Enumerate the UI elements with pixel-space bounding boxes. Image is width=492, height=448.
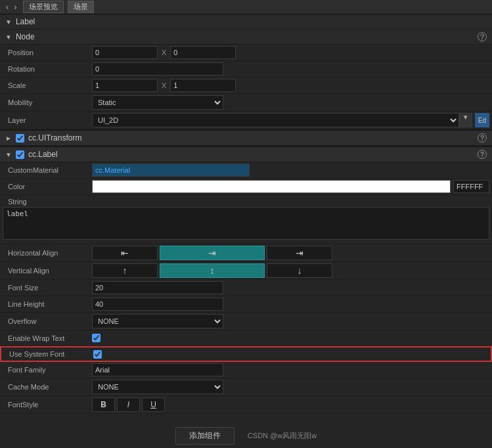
node-collapse-arrow: ▼: [5, 34, 12, 41]
overflow-value: NONE CLAMP SHRINK RESIZE_HEIGHT: [92, 314, 492, 328]
node-title: Node: [16, 32, 35, 41]
usesystemfont-value: [93, 350, 491, 359]
valign-top-btn[interactable]: ↑: [92, 263, 158, 278]
label-title: Label: [16, 17, 35, 26]
color-hex: FFFFFF: [453, 180, 489, 193]
cclabel-header[interactable]: ▼ cc.Label ?: [0, 146, 492, 162]
color-preview[interactable]: [92, 180, 451, 193]
custommaterial-row: CustomMaterial: [0, 162, 492, 179]
scale-x-input[interactable]: [92, 79, 158, 92]
lineheight-value: [92, 298, 492, 311]
color-row: Color FFFFFF: [0, 179, 492, 195]
vertical-align-value: ↑ ↕ ↓: [92, 263, 492, 278]
horizontal-align-value: ⇤ ⇥ ⇥: [92, 246, 492, 260]
horizontal-align-label: Horizontal Align: [0, 249, 92, 257]
fontfamily-input[interactable]: [92, 363, 223, 376]
halign-left-btn[interactable]: ⇤: [92, 246, 158, 260]
usesystemfont-row: Use System Font: [0, 346, 492, 362]
cachemode-dropdown[interactable]: NONE BITMAP CHAR: [92, 380, 223, 394]
mobility-row: Mobility Static: [0, 94, 492, 112]
uitransform-enabled-checkbox[interactable]: [16, 134, 24, 143]
fontsize-row: Font Size: [0, 280, 492, 296]
enablewrap-value: [92, 334, 492, 342]
fontfamily-label: Font Family: [0, 366, 92, 374]
scale-y-input[interactable]: [170, 79, 236, 92]
layer-edit-btn[interactable]: Ed: [475, 113, 489, 127]
lineheight-label: Line Height: [0, 300, 92, 308]
overflow-row: Overflow NONE CLAMP SHRINK RESIZE_HEIGHT: [0, 313, 492, 330]
position-value: X: [92, 46, 492, 59]
uitransform-help-icon[interactable]: ?: [478, 133, 487, 143]
lineheight-input[interactable]: [92, 298, 223, 311]
rotation-label: Rotation: [0, 65, 92, 73]
enablewrap-row: Enable Wrap Text: [0, 330, 492, 346]
vertical-align-label: Vertical Align: [0, 267, 92, 275]
overflow-dropdown[interactable]: NONE CLAMP SHRINK RESIZE_HEIGHT: [92, 314, 223, 328]
mobility-value: Static: [92, 95, 492, 110]
usesystemfont-checkbox[interactable]: [93, 350, 102, 359]
cclabel-collapse-arrow: ▼: [5, 151, 12, 158]
string-row: String label: [0, 195, 492, 244]
custommaterial-value: [92, 164, 492, 177]
cachemode-value: NONE BITMAP CHAR: [92, 380, 492, 394]
cachemode-label: Cache Mode: [0, 383, 92, 391]
rotation-input[interactable]: [92, 62, 223, 76]
add-component-area: 添加组件 CSDN @w风雨无阳w: [0, 419, 492, 448]
rotation-row: Rotation: [0, 61, 492, 78]
custommaterial-input[interactable]: [92, 164, 250, 177]
valign-bottom-btn[interactable]: ↓: [267, 263, 332, 278]
node-section-header[interactable]: ▼ Node ?: [0, 30, 492, 45]
fontfamily-row: Font Family: [0, 362, 492, 378]
mobility-dropdown[interactable]: Static: [92, 95, 223, 110]
add-component-btn[interactable]: 添加组件: [175, 427, 235, 445]
enablewrap-label: Enable Wrap Text: [0, 334, 92, 342]
position-y-input[interactable]: [170, 46, 236, 59]
fontsize-value: [92, 281, 492, 294]
valign-middle-btn[interactable]: ↕: [160, 263, 265, 278]
layer-value: UI_2D ▼ Ed: [92, 113, 492, 127]
back-arrow[interactable]: ‹: [4, 2, 11, 12]
uitransform-title: cc.UITransform: [28, 133, 82, 143]
fontstyle-italic-btn[interactable]: I: [117, 397, 140, 412]
layer-row: Layer UI_2D ▼ Ed: [0, 112, 492, 129]
string-label: String: [0, 198, 92, 206]
scale-value: X: [92, 79, 492, 92]
label-collapse-arrow: ▼: [5, 18, 12, 26]
fontstyle-underline-btn[interactable]: U: [142, 397, 165, 412]
cclabel-help-icon[interactable]: ?: [478, 150, 487, 159]
tab-preview[interactable]: 场景预览: [23, 1, 64, 13]
fontstyle-bold-btn[interactable]: B: [92, 397, 115, 412]
forward-arrow[interactable]: ›: [12, 2, 18, 12]
custommaterial-label: CustomMaterial: [0, 166, 92, 174]
string-textarea[interactable]: label: [3, 207, 489, 240]
cclabel-title: cc.Label: [28, 150, 58, 159]
fontstyle-value: B I U: [92, 397, 492, 412]
vertical-align-btns: ↑ ↕ ↓: [92, 263, 332, 278]
tab-scene[interactable]: 场景: [68, 1, 94, 13]
uitransform-header[interactable]: ► cc.UITransform ?: [0, 129, 492, 146]
node-help-icon[interactable]: ?: [478, 32, 487, 41]
cachemode-row: Cache Mode NONE BITMAP CHAR: [0, 378, 492, 396]
horizontal-align-btns: ⇤ ⇥ ⇥: [92, 246, 332, 260]
halign-center-btn[interactable]: ⇥: [160, 246, 265, 260]
fontsize-label: Font Size: [0, 284, 92, 292]
position-x-input[interactable]: [92, 46, 158, 59]
top-bar: ‹ › 场景预览 场景: [0, 0, 492, 14]
fontsize-input[interactable]: [92, 281, 223, 294]
fontstyle-row: FontStyle B I U: [0, 396, 492, 414]
fontfamily-value: [92, 363, 492, 376]
position-label: Position: [0, 49, 92, 56]
halign-right-btn[interactable]: ⇥: [267, 246, 332, 260]
cclabel-enabled-checkbox[interactable]: [16, 150, 24, 159]
color-label: Color: [0, 183, 92, 190]
layer-dropdown[interactable]: UI_2D: [92, 113, 459, 127]
layer-dropdown-arrow[interactable]: ▼: [459, 113, 472, 127]
scale-label: Scale: [0, 81, 92, 89]
scale-x-axis-label: X: [160, 81, 168, 89]
lineheight-row: Line Height: [0, 296, 492, 313]
inspector-body: ▼ Label ▼ Node ? Position X Rotation Sca…: [0, 14, 492, 448]
font-style-btns: B I U: [92, 397, 165, 412]
enablewrap-checkbox[interactable]: [92, 334, 101, 342]
string-value: label: [0, 206, 492, 241]
vertical-align-row: Vertical Align ↑ ↕ ↓: [0, 262, 492, 280]
